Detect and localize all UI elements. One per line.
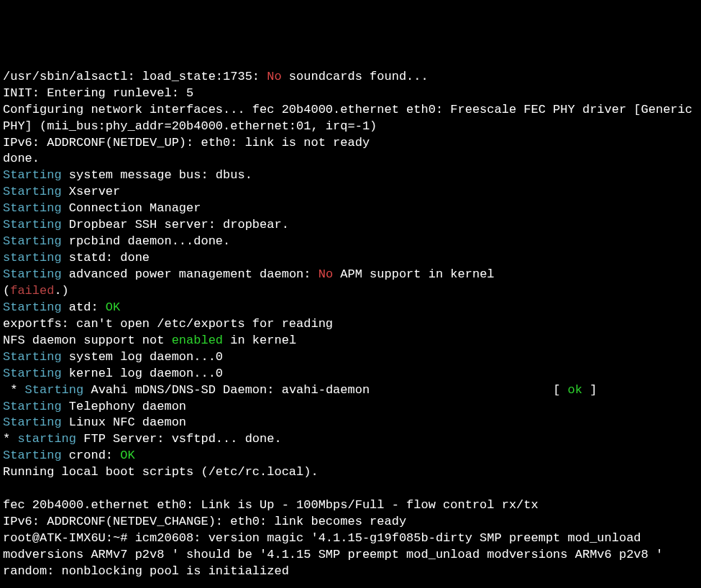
terminal-line: starting statd: done: [3, 250, 698, 267]
terminal-line: exportfs: can't open /etc/exports for re…: [3, 316, 698, 333]
terminal-text: Starting: [3, 218, 62, 231]
terminal-text: (: [3, 284, 10, 298]
terminal-text: /usr/sbin/alsactl: load_state:1735:: [3, 70, 267, 83]
terminal-line: * Starting Avahi mDNS/DNS-SD Daemon: ava…: [3, 382, 698, 399]
terminal-text: advanced power management daemon:: [62, 267, 319, 281]
terminal-text: OK: [120, 449, 134, 462]
terminal-text: Starting: [3, 267, 62, 281]
terminal-text: Starting: [3, 415, 62, 429]
terminal-line: IPv6: ADDRCONF(NETDEV_CHANGE): eth0: lin…: [3, 514, 698, 530]
terminal-text: .): [54, 284, 68, 298]
terminal-text: Telephony daemon: [62, 400, 186, 413]
terminal-text: APM support in kernel: [333, 267, 494, 281]
terminal-text: Dropbear SSH server: dropbear.: [62, 218, 289, 231]
terminal-text: Configuring network interfaces... fec 20…: [3, 103, 700, 133]
terminal-text: Running local boot scripts (/etc/rc.loca…: [3, 465, 319, 479]
terminal-line: Starting atd: OK: [3, 300, 698, 316]
terminal-line: Starting system log daemon...0: [3, 349, 698, 366]
terminal-text: statd: done: [62, 251, 150, 265]
terminal-line: fec 20b4000.ethernet eth0: Link is Up - …: [3, 497, 698, 514]
terminal-text: exportfs: can't open /etc/exports for re…: [3, 317, 333, 331]
terminal-text: fec 20b4000.ethernet eth0: Link is Up - …: [3, 498, 539, 512]
terminal-text: *: [3, 432, 17, 446]
terminal-text: Starting: [3, 400, 62, 413]
terminal-text: OK: [106, 300, 120, 314]
terminal-text: ]: [582, 383, 597, 397]
terminal-text: atd:: [62, 300, 106, 314]
terminal-text: IPv6: ADDRCONF(NETDEV_CHANGE): eth0: lin…: [3, 515, 406, 528]
terminal-text: No: [267, 70, 281, 83]
terminal-line: Starting Connection Manager: [3, 201, 698, 217]
terminal-line: [3, 580, 698, 588]
terminal-line: root@ATK-IMX6U:~# icm20608: version magi…: [3, 530, 698, 564]
terminal-line: [3, 481, 698, 497]
terminal-line: Starting system message bus: dbus.: [3, 167, 698, 184]
terminal-text: kernel log daemon...0: [62, 367, 223, 380]
terminal-line: Starting Xserver: [3, 184, 698, 201]
terminal-line: random: nonblocking pool is initialized: [3, 564, 698, 580]
terminal-text: Starting: [3, 168, 62, 182]
terminal-line: Starting Telephony daemon: [3, 399, 698, 415]
terminal-text: No: [319, 267, 333, 281]
terminal-line: Starting Dropbear SSH server: dropbear.: [3, 217, 698, 234]
terminal-text: starting: [3, 251, 62, 265]
terminal-text: *: [3, 383, 25, 397]
terminal-text: [: [553, 383, 567, 397]
terminal-line: Starting kernel log daemon...0: [3, 366, 698, 382]
terminal-text: Starting: [3, 185, 62, 198]
terminal-text: done.: [3, 152, 40, 165]
terminal-line: NFS daemon support not enabled in kernel: [3, 333, 698, 349]
terminal-text: ok: [568, 383, 582, 397]
terminal-line: * starting FTP Server: vsftpd... done.: [3, 431, 698, 448]
terminal-text: FTP Server: vsftpd... done.: [76, 432, 282, 446]
terminal-text: Starting: [3, 234, 62, 248]
terminal-text: enabled: [172, 334, 223, 347]
terminal-line: INIT: Entering runlevel: 5: [3, 86, 698, 102]
terminal-text: failed: [10, 284, 54, 298]
terminal-text: NFS daemon support not: [3, 334, 172, 347]
terminal-text: Avahi mDNS/DNS-SD Daemon: avahi-daemon: [83, 383, 553, 397]
terminal-line: Starting advanced power management daemo…: [3, 267, 698, 283]
terminal-text: soundcards found...: [282, 70, 429, 83]
terminal-line: Starting Linux NFC daemon: [3, 415, 698, 431]
terminal-text: INIT: Entering runlevel: 5: [3, 86, 193, 100]
terminal-text: starting: [17, 432, 76, 446]
terminal-text: in kernel: [223, 334, 296, 347]
terminal-text: Starting: [3, 367, 62, 380]
terminal-line: Running local boot scripts (/etc/rc.loca…: [3, 464, 698, 481]
terminal-text: IPv6: ADDRCONF(NETDEV_UP): eth0: link is…: [3, 136, 370, 150]
terminal-text: Linux NFC daemon: [62, 415, 186, 429]
terminal-text: Starting: [3, 350, 62, 364]
terminal-line: Starting crond: OK: [3, 448, 698, 464]
terminal-line: /usr/sbin/alsactl: load_state:1735: No s…: [3, 69, 698, 86]
terminal-line: (failed.): [3, 283, 698, 300]
terminal-text: Starting: [25, 383, 84, 397]
terminal-text: rpcbind daemon...done.: [62, 234, 231, 248]
terminal-text: Starting: [3, 300, 62, 314]
terminal-text: Starting: [3, 201, 62, 215]
terminal-line: Starting rpcbind daemon...done.: [3, 234, 698, 250]
terminal-text: system log daemon...0: [62, 350, 223, 364]
terminal-text: [3, 482, 10, 495]
terminal-output: /usr/sbin/alsactl: load_state:1735: No s…: [3, 69, 698, 588]
terminal-text: system message bus: dbus.: [62, 168, 252, 182]
terminal-line: done.: [3, 151, 698, 167]
terminal-line: Configuring network interfaces... fec 20…: [3, 102, 698, 135]
terminal-text: root@ATK-IMX6U:~# icm20608: version magi…: [3, 531, 663, 561]
terminal-text: [3, 581, 10, 588]
terminal-text: Connection Manager: [62, 201, 201, 215]
terminal-text: Starting: [3, 449, 62, 462]
terminal-text: random: nonblocking pool is initialized: [3, 564, 289, 578]
terminal-text: crond:: [62, 449, 121, 462]
terminal-line: IPv6: ADDRCONF(NETDEV_UP): eth0: link is…: [3, 135, 698, 152]
terminal-text: Xserver: [62, 185, 121, 198]
